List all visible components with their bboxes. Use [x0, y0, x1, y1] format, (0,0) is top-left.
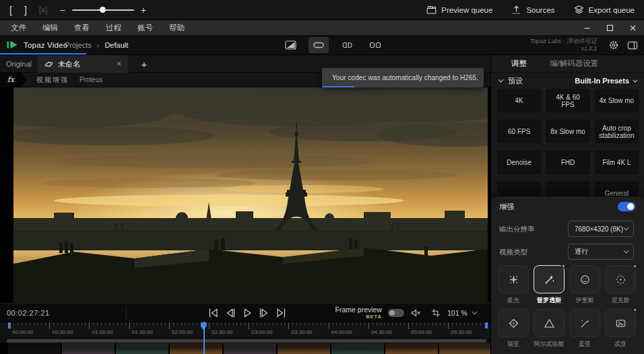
filmstrip-thumbnail[interactable] [224, 343, 276, 354]
timeline-ruler[interactable]: 00:00:0000:30:0001:00:0001:30:0002:00:00… [0, 322, 490, 338]
play-button[interactable] [239, 306, 255, 320]
compare-split-view-button[interactable] [280, 37, 300, 53]
filmstrip-thumbnail[interactable] [331, 343, 384, 354]
preset-button-60-fps[interactable]: 60 FPS [497, 120, 541, 143]
model-button-image[interactable] [605, 309, 636, 337]
crop-button[interactable] [430, 307, 442, 319]
presets-section-toggle[interactable]: 预设 [498, 76, 523, 86]
topaz-logo-icon [7, 40, 18, 49]
preset-button-4k-60-fps[interactable]: 4K & 60 FPS [546, 89, 589, 112]
playback-control-bar: 00:02:27:21 Frame preview BETA 101 % [0, 303, 490, 322]
timeline-zoom-in-button[interactable]: + [141, 5, 146, 15]
preset-button-4k[interactable]: 4K [497, 89, 541, 112]
output-resolution-dropdown[interactable]: 7680×4320 (8K) [568, 221, 634, 237]
single-view-button[interactable] [309, 37, 329, 53]
minor-ticks [9, 322, 481, 326]
breadcrumb-projects[interactable]: Projects [65, 41, 92, 49]
model-button-pen[interactable] [569, 309, 600, 337]
model-button-diamond[interactable] [498, 309, 529, 337]
tab-untitled[interactable]: 未命名 × [38, 55, 128, 73]
presets-dropdown[interactable]: Built-In Presets [575, 77, 638, 85]
filmstrip-thumbnail[interactable] [278, 343, 330, 354]
model-label: 盖亚 [569, 340, 600, 349]
menu-process[interactable]: 过程 [98, 20, 129, 35]
video-type-dropdown[interactable]: 逐行 [568, 244, 634, 260]
filmstrip-thumbnail[interactable] [62, 343, 115, 354]
filmstrip-thumbnail[interactable] [8, 343, 61, 354]
menu-view[interactable]: 查看 [66, 20, 98, 35]
window-minimize-button[interactable] [575, 20, 598, 35]
timeline-scrollbar[interactable] [0, 338, 490, 343]
slider-knob[interactable] [100, 7, 106, 13]
timeline-time-label: 03:30:00 [291, 329, 312, 335]
split-view-button[interactable] [337, 37, 357, 53]
speaker-muted-icon [411, 308, 421, 318]
preview-queue-button[interactable]: Preview queue [426, 5, 492, 15]
panel-right-icon [627, 40, 638, 50]
skip-to-start-button[interactable] [205, 306, 221, 320]
model-label: 伊里斯 [569, 296, 600, 305]
model-label: 尼克斯 [605, 296, 636, 305]
menu-help[interactable]: 帮助 [161, 20, 193, 35]
window-maximize-button[interactable] [598, 20, 621, 35]
frame-preview-label: Frame preview [307, 306, 382, 314]
toggle-right-panel-button[interactable] [626, 39, 639, 51]
preset-button-auto-crop-stabilization[interactable]: Auto crop stabilization [595, 120, 639, 143]
trim-out-button[interactable]: ] [24, 5, 27, 15]
viewer-zoom-control[interactable]: 101 % [447, 304, 478, 322]
new-tab-button[interactable]: + [135, 55, 154, 73]
filmstrip-thumbnail[interactable] [170, 343, 222, 354]
tab-codec-settings[interactable]: 编/解码器设置 [550, 59, 598, 69]
breadcrumb-current-project[interactable]: Default [104, 41, 128, 49]
scrollbar-thumb[interactable] [7, 339, 486, 343]
chevron-down-icon [472, 311, 478, 315]
trim-out-marker[interactable] [485, 322, 488, 328]
export-queue-button[interactable]: Export queue [574, 5, 635, 15]
controlbar-divider [126, 306, 127, 320]
previous-frame-button[interactable] [222, 306, 238, 320]
clear-trim-button[interactable]: [x] [39, 6, 48, 14]
timeline-zoom-out-button[interactable]: − [59, 5, 65, 15]
playhead-line[interactable] [203, 322, 205, 354]
frame-preview-toggle[interactable] [388, 309, 404, 317]
preset-button-fhd[interactable]: FHD [546, 151, 589, 174]
settings-gear-button[interactable] [608, 39, 620, 51]
model-button-wand[interactable] [534, 265, 565, 293]
tab-close-icon[interactable]: × [117, 59, 121, 69]
codec-notification-toast[interactable]: Your codec was automatically changed to … [322, 68, 484, 87]
topaz-video-logo[interactable]: Topaz Video ' [7, 40, 74, 49]
timeline-zoom-slider[interactable] [72, 7, 134, 13]
model-button-grain-circle[interactable] [605, 265, 636, 293]
preset-button-denoise[interactable]: Denoise [497, 151, 541, 174]
preset-button-4x-slow-mo[interactable]: 4x Slow mo [595, 89, 639, 112]
video-viewer[interactable] [0, 87, 490, 303]
mute-volume-button[interactable] [410, 307, 422, 319]
logo-text: Topaz Video [24, 41, 67, 49]
next-frame-button[interactable] [256, 306, 271, 320]
tab-adjustments[interactable]: 调整 [511, 59, 527, 69]
tab-original[interactable]: Original [0, 55, 38, 73]
window-close-button[interactable] [621, 20, 644, 35]
enhancement-toggle[interactable] [618, 202, 635, 211]
filmstrip-thumbnail[interactable] [439, 343, 490, 354]
skip-to-end-button[interactable] [273, 306, 288, 320]
menu-file[interactable]: 文件 [3, 20, 34, 35]
major-tick [288, 322, 289, 329]
filmstrip[interactable] [0, 343, 490, 354]
grain-circle-icon [615, 274, 626, 285]
trim-in-button[interactable]: [ [9, 5, 12, 15]
side-by-side-view-button[interactable] [365, 37, 385, 53]
model-button-triangle[interactable] [534, 309, 565, 337]
model-button-face[interactable] [569, 265, 600, 293]
model-button-starlight[interactable] [498, 265, 529, 293]
major-tick [448, 322, 449, 329]
filmstrip-thumbnail[interactable] [385, 343, 438, 354]
major-tick [129, 322, 130, 329]
menu-edit[interactable]: 编辑 [34, 20, 66, 35]
menu-account[interactable]: 账号 [129, 20, 161, 35]
sources-button[interactable]: Sources [511, 5, 554, 15]
preset-button-8x-slow-mo[interactable]: 8x Slow mo [546, 120, 589, 143]
filmstrip-thumbnail[interactable] [116, 343, 168, 354]
preset-button-film-4k-l[interactable]: Film 4K L [595, 151, 639, 174]
timeline-time-label: 04:00:00 [331, 329, 352, 335]
